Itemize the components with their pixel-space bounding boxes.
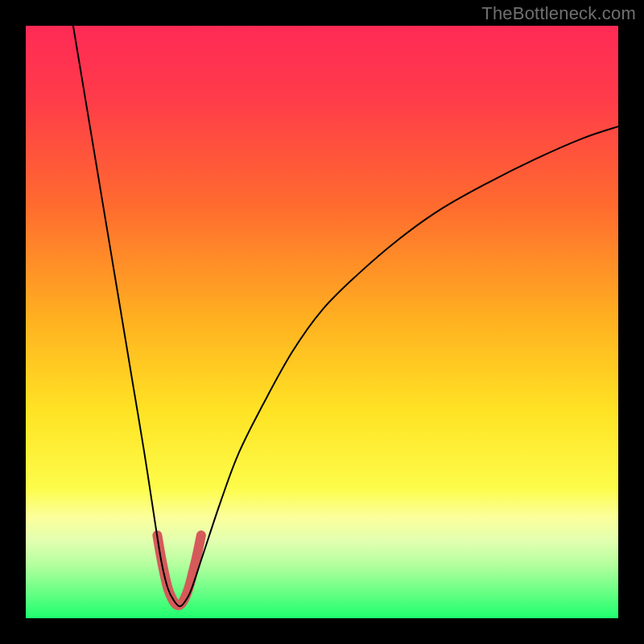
chart-svg <box>0 0 644 644</box>
plot-background <box>26 26 618 618</box>
chart-frame: TheBottleneck.com <box>0 0 644 644</box>
watermark-text: TheBottleneck.com <box>481 3 636 24</box>
